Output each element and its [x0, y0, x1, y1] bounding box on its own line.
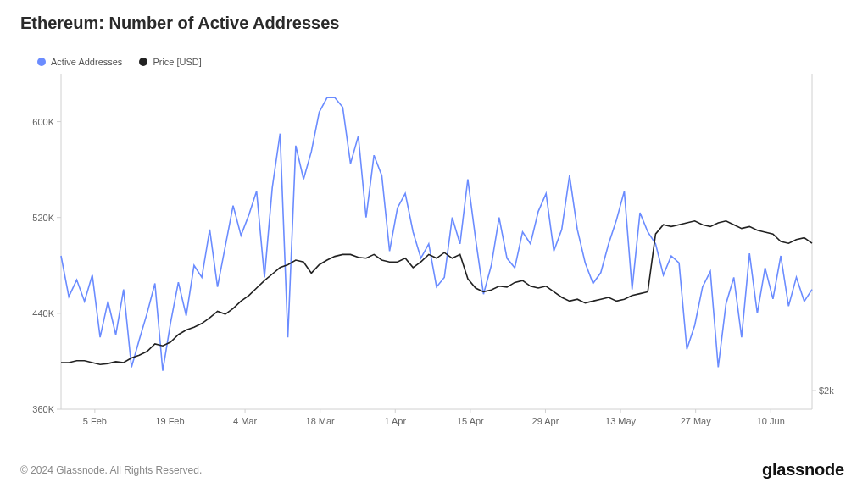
series-price	[61, 221, 812, 364]
y-left-tick-label: 440K	[32, 308, 54, 319]
y-right-tick-label: $2k	[819, 385, 834, 396]
legend-label-price: Price [USD]	[153, 57, 201, 67]
swatch-price	[139, 58, 147, 66]
x-tick-label: 13 May	[605, 416, 637, 426]
swatch-active	[37, 58, 46, 66]
x-tick-label: 29 Apr	[532, 416, 559, 426]
x-tick-label: 4 Mar	[233, 416, 257, 426]
legend-item-price: Price [USD]	[139, 57, 201, 67]
chart-svg: 360K440K520K600K$2k5 Feb19 Feb4 Mar18 Ma…	[20, 69, 848, 433]
x-tick-label: 15 Apr	[457, 416, 484, 426]
y-left-tick-label: 520K	[32, 213, 54, 223]
chart-title: Ethereum: Number of Active Addresses	[20, 14, 848, 33]
x-tick-label: 19 Feb	[155, 416, 184, 426]
legend-label-active: Active Addresses	[51, 57, 122, 67]
x-tick-label: 10 Jun	[757, 416, 785, 426]
footer-text: © 2024 Glassnode. All Rights Reserved.	[20, 464, 202, 476]
x-tick-label: 18 Mar	[306, 416, 336, 426]
y-left-tick-label: 360K	[32, 404, 54, 414]
x-tick-label: 27 May	[681, 416, 712, 426]
x-tick-label: 5 Feb	[83, 416, 107, 426]
chart-plot: 360K440K520K600K$2k5 Feb19 Feb4 Mar18 Ma…	[20, 69, 848, 436]
legend-item-active: Active Addresses	[37, 57, 122, 67]
legend: Active Addresses Price [USD]	[37, 57, 848, 67]
y-left-tick-label: 600K	[32, 117, 54, 127]
x-tick-label: 1 Apr	[384, 416, 406, 426]
brand-logo: glassnode	[762, 460, 844, 480]
series-active-addresses	[61, 97, 812, 370]
